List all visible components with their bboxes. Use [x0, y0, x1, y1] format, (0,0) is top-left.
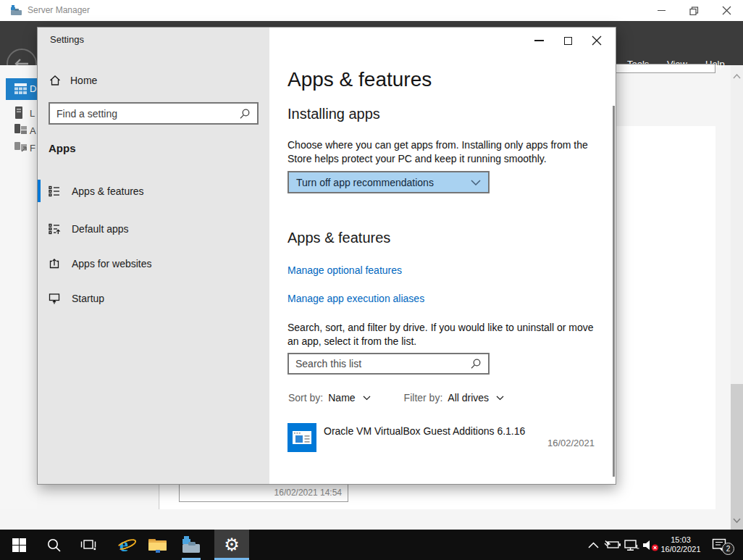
all-servers-icon — [14, 124, 27, 138]
home-icon — [49, 75, 61, 86]
chevron-down-icon[interactable] — [496, 396, 504, 401]
sm-nav-dashboard[interactable]: D — [6, 78, 37, 100]
filter-by-label: Filter by: — [404, 392, 443, 404]
file-storage-icon — [14, 141, 27, 156]
manage-app-execution-aliases-link[interactable]: Manage app execution aliases — [287, 293, 424, 304]
server-manager-taskbar-button[interactable] — [174, 530, 209, 560]
sidebar-item-default-apps[interactable]: Default apps — [38, 217, 269, 240]
app-list-item[interactable]: Oracle VM VirtualBox Guest Additions 6.1… — [287, 423, 595, 464]
scroll-down-icon[interactable] — [733, 513, 741, 526]
sidebar-item-label: Apps & features — [72, 185, 144, 197]
filter-by-value[interactable]: All drives — [448, 392, 489, 404]
server-manager-left-nav: D L A F — [0, 65, 37, 530]
start-button[interactable] — [1, 530, 36, 560]
server-manager-titlebar: Server Manager — [0, 0, 743, 21]
sidebar-item-label: Apps for websites — [72, 258, 152, 269]
network-icon — [624, 539, 640, 551]
file-explorer-button[interactable] — [140, 530, 175, 560]
network-status-icon[interactable] — [621, 530, 642, 560]
dashboard-icon — [14, 83, 27, 97]
sm-restore-button[interactable] — [678, 0, 710, 21]
manage-optional-features-link[interactable]: Manage optional features — [287, 264, 402, 276]
internet-explorer-button[interactable]: e — [106, 530, 141, 560]
server-manager-window-title: Server Manager — [28, 0, 90, 21]
chevron-down-icon — [471, 180, 481, 185]
restore-icon — [689, 7, 699, 15]
desktop: Server Manager Tools View Help D L — [0, 0, 743, 560]
sm-last-update-text: 16/02/2021 14:54 — [274, 488, 342, 498]
sm-search-field-partial[interactable] — [612, 64, 715, 73]
search-icon[interactable] — [470, 358, 482, 369]
sidebar-item-apps-for-websites[interactable]: Apps for websites — [38, 252, 269, 275]
settings-minimize-button[interactable] — [524, 30, 553, 51]
sort-filter-row: Sort by: Name Filter by: All drives — [288, 392, 504, 404]
show-hidden-icons-button[interactable] — [584, 530, 603, 560]
settings-window-controls — [524, 30, 611, 51]
clock-date: 16/02/2021 — [660, 545, 700, 554]
scroll-up-icon[interactable] — [733, 69, 741, 82]
chevron-up-icon — [588, 542, 599, 548]
selected-accent-bar — [38, 180, 41, 202]
settings-search-box[interactable] — [49, 102, 259, 125]
file-explorer-icon — [148, 538, 167, 553]
task-view-button[interactable] — [71, 530, 106, 560]
internet-explorer-icon: e — [119, 534, 128, 556]
settings-scrollbar-thumb[interactable] — [613, 106, 615, 477]
sidebar-item-label: Startup — [72, 293, 104, 304]
sm-nav-file-storage[interactable]: F — [0, 138, 37, 159]
search-icon — [46, 538, 62, 553]
settings-close-button[interactable] — [582, 30, 611, 51]
clock-time: 15:03 — [671, 535, 691, 545]
sm-nav-local-server-label: L — [30, 108, 35, 119]
taskbar: e ⚙ 15:03 16/02/2021 — [0, 530, 743, 560]
app-list-search-input[interactable] — [289, 354, 470, 373]
app-icon — [287, 423, 316, 452]
close-icon — [592, 35, 602, 46]
app-install-date: 16/02/2021 — [547, 438, 595, 448]
battery-plug-icon — [604, 540, 621, 550]
power-status-icon[interactable] — [603, 530, 623, 560]
app-list-search-box[interactable] — [287, 353, 490, 375]
close-icon — [722, 6, 731, 15]
sm-nav-file-storage-label: F — [30, 143, 35, 154]
sidebar-item-home[interactable]: Home — [49, 71, 194, 90]
apps-for-websites-icon — [49, 258, 60, 269]
default-apps-icon — [49, 223, 60, 235]
server-manager-icon — [181, 535, 201, 554]
local-server-icon — [14, 106, 23, 122]
sm-minimize-button[interactable] — [645, 0, 678, 21]
page-title: Apps & features — [287, 68, 432, 91]
notification-count-badge[interactable]: 2 — [722, 543, 734, 555]
server-manager-icon — [10, 4, 22, 20]
installing-apps-heading: Installing apps — [287, 106, 380, 122]
sidebar-item-apps-features[interactable]: Apps & features — [38, 180, 269, 202]
sort-by-label: Sort by: — [288, 392, 323, 404]
taskbar-clock[interactable]: 15:03 16/02/2021 — [658, 530, 704, 560]
apps-features-icon — [49, 185, 60, 197]
taskbar-search-button[interactable] — [36, 530, 71, 560]
chevron-down-icon[interactable] — [363, 396, 371, 401]
sm-close-button[interactable] — [710, 0, 743, 21]
settings-maximize-button[interactable] — [553, 30, 582, 51]
sm-nav-dashboard-label: D — [30, 83, 36, 94]
sidebar-section-apps: Apps — [49, 142, 76, 154]
settings-window-title: Settings — [50, 34, 84, 45]
sm-bottom-strip — [0, 509, 731, 530]
settings-search-input[interactable] — [50, 104, 239, 123]
task-view-icon — [80, 538, 96, 551]
settings-taskbar-button[interactable]: ⚙ — [214, 530, 249, 560]
settings-window: Settings Home Apps Apps & features — [37, 27, 616, 485]
installing-apps-description: Choose where you can get apps from. Inst… — [287, 138, 621, 166]
gear-icon: ⚙ — [224, 530, 240, 560]
windows-logo-icon — [12, 538, 26, 552]
sidebar-item-label: Default apps — [72, 223, 129, 235]
app-name: Oracle VM VirtualBox Guest Additions 6.1… — [324, 425, 525, 437]
apps-features-heading: Apps & features — [287, 230, 390, 246]
sm-scrollbar-thumb[interactable] — [731, 384, 743, 530]
sort-by-value[interactable]: Name — [328, 392, 355, 404]
sidebar-item-startup[interactable]: Startup — [38, 287, 269, 309]
app-recommendations-dropdown[interactable]: Turn off app recommendations — [287, 171, 490, 193]
sm-nav-all-servers-label: A — [30, 125, 36, 136]
search-icon[interactable] — [239, 108, 251, 120]
sm-vertical-scrollbar[interactable] — [731, 65, 743, 530]
